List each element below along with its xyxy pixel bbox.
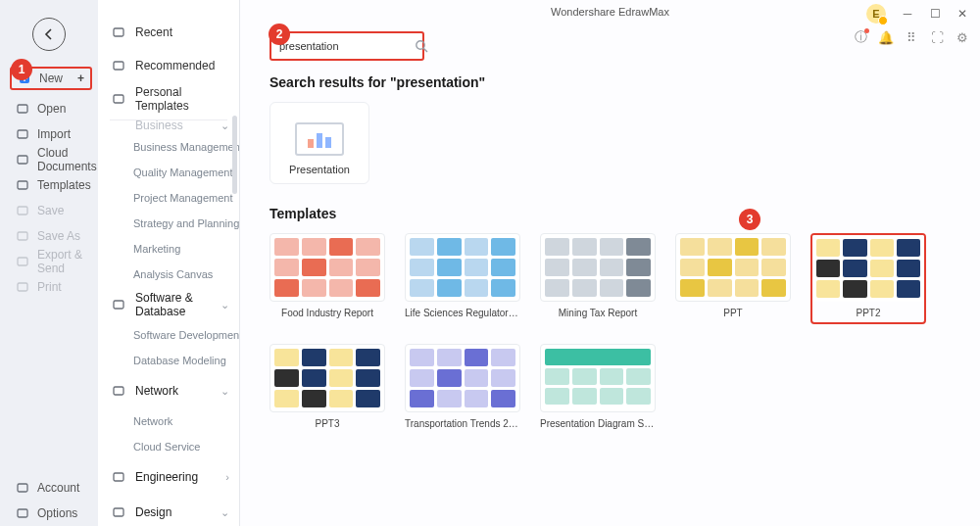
sidebar-item-save: Save: [0, 198, 98, 223]
category-top-recent[interactable]: Recent: [98, 16, 239, 49]
db-icon: [112, 298, 125, 311]
template-label: Life Sciences Regulatory R…: [405, 308, 520, 318]
category-sub-item[interactable]: Database Modeling: [98, 348, 239, 373]
template-thumbnail: [405, 344, 520, 412]
category-group-software[interactable]: Software & Database⌄: [98, 287, 239, 322]
template-t3[interactable]: Mining Tax Report: [540, 233, 656, 324]
category-group-label: Engineering: [135, 470, 198, 484]
template-thumbnail: [812, 235, 924, 302]
help-icon[interactable]: ⓘ: [853, 29, 868, 45]
sidebar-item-label: Cloud Documents: [37, 146, 97, 173]
user-avatar[interactable]: E: [866, 4, 886, 24]
sidebar-item-label: Save: [37, 204, 64, 217]
svg-rect-1: [18, 105, 27, 113]
sidebar-item-label: Print: [37, 280, 62, 294]
category-group-engineering[interactable]: Engineering›: [98, 459, 239, 495]
svg-rect-9: [18, 484, 27, 492]
sidebar-item-account[interactable]: Account: [0, 475, 98, 501]
category-group-network[interactable]: Network⌄: [98, 373, 239, 408]
gift-icon[interactable]: ⛶: [929, 29, 945, 45]
close-button[interactable]: ✕: [951, 5, 974, 23]
template-label: Presentation Diagram Shar…: [540, 418, 656, 429]
category-sub-item[interactable]: Cloud Service: [98, 434, 239, 459]
sidebar-item-open[interactable]: Open: [0, 96, 98, 121]
svg-rect-13: [114, 95, 123, 103]
chevron-down-icon: ⌄: [220, 385, 229, 398]
category-sub-item[interactable]: Network: [98, 408, 239, 434]
template-thumbnail: [270, 344, 385, 412]
app-title: Wondershare EdrawMax: [551, 6, 669, 18]
category-group-label: Network: [135, 384, 178, 398]
search-box[interactable]: [270, 31, 424, 61]
category-group-design[interactable]: Design⌄: [98, 495, 239, 526]
category-sub-item[interactable]: Strategy and Planning: [98, 211, 239, 236]
category-sub-item[interactable]: Quality Management: [98, 160, 239, 185]
category-group-label: Business: [135, 119, 183, 132]
new-label: New: [39, 72, 63, 85]
search-input[interactable]: [279, 40, 415, 52]
category-top-recommended[interactable]: Recommended: [98, 49, 239, 82]
settings-icon[interactable]: ⚙: [955, 29, 970, 45]
search-icon[interactable]: [415, 38, 428, 54]
category-sub-item[interactable]: Software Development: [98, 322, 239, 348]
template-label: Mining Tax Report: [540, 308, 656, 318]
category-group-business[interactable]: Business⌄: [98, 117, 239, 134]
presentation-icon: [291, 113, 348, 156]
arrow-left-icon: [41, 26, 57, 42]
category-sub-item[interactable]: Project Management: [98, 185, 239, 211]
search-results-heading: Search results for "presentation": [270, 74, 980, 90]
user-icon: [16, 481, 29, 495]
apps-icon[interactable]: ⠿: [904, 29, 919, 45]
chevron-down-icon: ⌄: [220, 299, 229, 311]
main-area: Wondershare EdrawMax E ─ ☐ ✕ ⓘ 🔔 ⠿ ⛶ ⚙: [240, 0, 980, 526]
sidebar-item-label: Templates: [37, 178, 91, 192]
sidebar-item-tmpl[interactable]: Templates: [0, 172, 98, 198]
template-label: PPT3: [270, 418, 385, 429]
thumbnail-pattern: [274, 349, 380, 407]
grid-icon: [112, 59, 125, 72]
thumbnail-pattern: [410, 349, 515, 407]
chevron-down-icon: ⌄: [220, 120, 229, 132]
template-t1[interactable]: Food Industry Report: [270, 233, 385, 324]
category-sub-item[interactable]: Analysis Canvas: [98, 262, 239, 287]
template-t4[interactable]: PPT: [675, 233, 791, 324]
sidebar-item-cloud[interactable]: Cloud Documents: [0, 147, 98, 172]
search-result-card[interactable]: Presentation: [270, 102, 369, 184]
sidebar-item-label: Account: [37, 481, 79, 495]
sidebar-item-import[interactable]: Import: [0, 121, 98, 147]
sidebar-item-saveas: Save As: [0, 223, 98, 249]
plus-icon: +: [77, 72, 84, 85]
import-icon: [16, 127, 29, 141]
template-t2[interactable]: Life Sciences Regulatory R…: [405, 233, 520, 324]
back-button[interactable]: [32, 18, 66, 51]
category-sub-item[interactable]: Marketing: [98, 236, 239, 262]
network-icon: [112, 384, 125, 398]
template-t8[interactable]: Presentation Diagram Shar…: [540, 344, 656, 429]
sidebar-item-label: Open: [37, 102, 66, 116]
category-scrollbar[interactable]: [232, 116, 237, 292]
svg-rect-5: [18, 207, 27, 215]
svg-rect-12: [114, 62, 123, 70]
minimize-button[interactable]: ─: [896, 5, 919, 23]
sidebar-item-label: Export & Send: [37, 248, 88, 275]
category-sub-item[interactable]: Business Management: [98, 134, 239, 160]
template-label: PPT: [675, 308, 791, 318]
template-thumbnail: [270, 233, 385, 302]
template-t7[interactable]: Transportation Trends 2020: [405, 344, 520, 429]
template-label: PPT2: [812, 308, 924, 318]
svg-rect-10: [18, 509, 27, 517]
helmet-icon: [112, 470, 125, 484]
bell-icon[interactable]: 🔔: [878, 29, 894, 45]
sidebar-item-options[interactable]: Options: [0, 501, 98, 526]
template-t5[interactable]: PPT2: [810, 233, 926, 324]
scrollbar-thumb[interactable]: [232, 116, 237, 194]
thumbnail-pattern: [410, 238, 515, 297]
template-t6[interactable]: PPT3: [270, 344, 385, 429]
new-button[interactable]: New +: [10, 67, 92, 90]
category-top-personal[interactable]: Personal Templates: [98, 82, 239, 116]
template-thumbnail: [540, 233, 656, 302]
svg-rect-7: [18, 258, 27, 265]
maximize-button[interactable]: ☐: [923, 5, 947, 23]
new-icon: [18, 72, 31, 85]
svg-point-18: [416, 41, 424, 49]
